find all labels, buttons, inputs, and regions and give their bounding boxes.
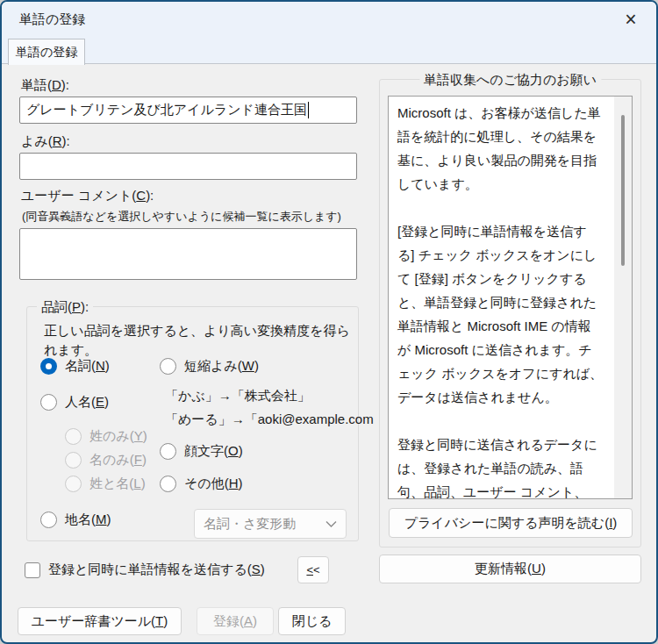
radio-surname-only: 姓のみ(Y) [65,428,147,445]
privacy-statement-button[interactable]: プライバシーに関する声明を読む(I) [389,508,633,538]
notice-paragraph: Microsoft は、お客様が送信した単語を統計的に処理し、その結果を基に、よ… [397,101,604,196]
send-word-info-checkbox-row[interactable]: 登録と同時に単語情報を送信する(S) [25,562,265,578]
radio-full-name-label: 姓と名(L) [89,476,146,492]
user-dictionary-tool-label: ユーザー辞書ツール(T) [32,613,168,630]
tab-strip: 単語の登録 [2,37,656,64]
yomi-label: よみ(R): [21,133,70,150]
chevron-down-icon [325,520,337,528]
radio-place-name[interactable]: 地名(M) [40,512,111,528]
radio-other[interactable]: その他(H) [160,476,243,492]
radio-icon [160,443,176,460]
register-button-label: 登録(A) [213,613,257,630]
pos-group-title: 品詞(P): [37,298,93,315]
notice-paragraphs: Microsoft は、お客様が送信した単語を統計的に処理し、その結果を基に、よ… [389,97,632,499]
radio-place-name-label: 地名(M) [65,512,111,528]
close-button[interactable]: × [612,6,649,32]
radio-givenname-only: 名のみ(F) [65,452,147,469]
radio-person-name[interactable]: 人名(E) [40,394,109,411]
notice-paragraph: 登録と同時に送信されるデータには、登録された単語の読み、語句、品詞、ユーザー コ… [397,433,604,499]
radio-disabled-icon [65,428,82,445]
radio-disabled-icon [65,452,82,469]
radio-other-label: その他(H) [184,476,243,492]
radio-selected-icon [40,358,57,375]
word-input-value: グレートブリテン及び北アイルランド連合王国 [26,102,307,118]
radio-full-name: 姓と名(L) [65,476,146,492]
radio-emoticon[interactable]: 顔文字(O) [160,443,243,460]
radio-short-yomi[interactable]: 短縮よみ(W) [160,358,259,375]
radio-givenname-only-label: 名のみ(F) [89,452,147,469]
radio-icon [160,476,176,492]
yomi-input[interactable] [19,153,357,180]
scrollbar-track[interactable] [614,97,632,498]
update-info-button-label: 更新情報(U) [475,561,546,577]
radio-emoticon-label: 顔文字(O) [184,443,243,460]
user-dictionary-tool-button[interactable]: ユーザー辞書ツール(T) [18,607,182,635]
comment-textarea[interactable] [19,228,357,280]
collapse-button-label: << [306,563,319,576]
privacy-statement-button-label: プライバシーに関する声明を読む(I) [404,515,618,532]
short-yomi-example-1: 「かぶ」→「株式会社」 [165,388,311,404]
pos-detail-dropdown-value: 名詞・さ変形動 [204,516,296,533]
comment-hint: (同音異義語などを選択しやすいように候補一覧に表示します) [22,209,341,225]
titlebar: 単語の登録 [2,2,656,37]
word-collection-notice-text[interactable]: Microsoft は、お客様が送信した単語を統計的に処理し、その結果を基に、よ… [388,96,633,499]
close-dialog-button-label: 閉じる [292,613,333,630]
pos-description: 正しい品詞を選択すると、より高い変換精度を得られます。 [44,321,351,360]
pos-detail-dropdown[interactable]: 名詞・さ変形動 [194,509,347,539]
radio-icon [160,358,176,375]
tab-label: 単語の登録 [16,45,77,61]
word-registration-dialog: 単語の登録 × 単語の登録 単語(D): グレートブリテン及び北アイルランド連合… [0,0,658,644]
scrollbar-thumb[interactable] [621,115,625,266]
word-collection-title: 単語収集へのご協力のお願い [419,71,601,88]
checkbox-unchecked-icon[interactable] [25,562,40,578]
short-yomi-example-2: 「めーる」→「aoki@example.com [165,411,374,428]
comment-label: ユーザー コメント(C): [21,188,154,204]
close-icon: × [625,8,636,32]
word-input[interactable]: グレートブリテン及び北アイルランド連合王国 [19,97,357,124]
register-button: 登録(A) [197,607,274,635]
collapse-panel-button[interactable]: << [297,556,329,583]
radio-disabled-icon [65,476,82,492]
text-caret-icon [308,102,309,118]
window-title: 単語の登録 [19,11,85,28]
update-info-button[interactable]: 更新情報(U) [379,555,641,583]
radio-noun-label: 名詞(N) [65,358,110,375]
radio-short-yomi-label: 短縮よみ(W) [184,358,259,375]
notice-paragraph: [登録と同時に単語情報を送信する] チェック ボックスをオンにして [登録] ボ… [397,219,604,409]
radio-icon [40,512,57,528]
radio-noun[interactable]: 名詞(N) [40,358,110,375]
word-label: 単語(D): [21,77,69,94]
close-dialog-button[interactable]: 閉じる [278,607,346,635]
radio-person-name-label: 人名(E) [65,394,109,411]
tab-word-registration[interactable]: 単語の登録 [8,39,85,65]
radio-surname-only-label: 姓のみ(Y) [89,428,147,445]
send-word-info-label: 登録と同時に単語情報を送信する(S) [48,562,265,578]
radio-icon [40,394,57,411]
